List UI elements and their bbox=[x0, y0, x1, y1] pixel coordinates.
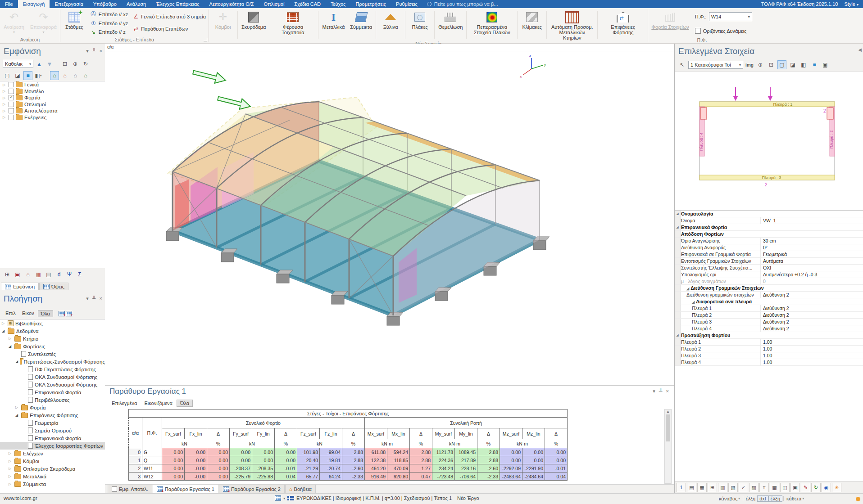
wireframe-view-icon[interactable]: ▢ bbox=[3, 71, 12, 80]
auto-steel-button[interactable]: Αυτόματη Προσομ. Μεταλλικών Κτηρίων bbox=[548, 9, 596, 41]
menu-item-Λειτουργικότητα Ο/Σ[interactable]: Λειτουργικότητα Ο/Σ bbox=[204, 0, 259, 8]
property-row[interactable]: μ - λόγος ανοιγμάτων0 bbox=[675, 278, 863, 285]
nav-tree-item[interactable]: Επιφανειακά Φορτία bbox=[0, 388, 105, 396]
nav-tree-item[interactable]: ▷Κόμβοι bbox=[0, 457, 105, 465]
menu-item-Προμετρήσεις[interactable]: Προμετρήσεις bbox=[350, 0, 391, 8]
menu-item-File[interactable]: File bbox=[0, 0, 18, 8]
selection-filter-dropdown[interactable]: 1 Κατακόρυφοι Τοί▾ bbox=[688, 61, 743, 69]
pin-icon[interactable]: ╨ bbox=[92, 296, 96, 302]
expander-icon[interactable]: ▷ bbox=[3, 115, 7, 119]
check-icon[interactable]: ✓ bbox=[739, 483, 748, 492]
property-row[interactable]: Πλευρά 31.00 bbox=[675, 352, 863, 359]
horizontal-forces-checkbox[interactable]: Οριζόντιες Δυνάμεις bbox=[695, 28, 752, 34]
nav-tree-item[interactable]: ΠΦ Περιπτώσεις Φόρτισης bbox=[0, 365, 105, 373]
view-tab-Όλα[interactable]: Όλα bbox=[177, 400, 193, 407]
plane-xz-button[interactable]: ⒶΕπίπεδο // xz bbox=[90, 10, 128, 18]
select-rect-icon[interactable]: ▣ bbox=[13, 270, 22, 279]
table-scrollbar[interactable]: ▲ bbox=[664, 409, 672, 484]
nav-tree-item[interactable]: ◢Επιφάνειες Φόρτισης bbox=[0, 411, 105, 419]
property-value[interactable]: ΟΧΙ bbox=[760, 265, 863, 271]
snap-κάναβος[interactable]: κάναβος▾ bbox=[717, 496, 742, 501]
structure-all-icon[interactable]: ⌂ bbox=[50, 71, 59, 80]
view-cube-solid-icon[interactable]: ■ bbox=[810, 60, 819, 69]
table-view-icon[interactable]: ▤ bbox=[687, 483, 696, 492]
nav-tree-item[interactable]: Επιφανειακά Φορτία bbox=[0, 434, 105, 442]
cells-icon[interactable]: ⌗ bbox=[759, 483, 769, 492]
general-plane-button[interactable]: ∠Γενικό Επίπεδο από 3 σημεία bbox=[132, 14, 206, 20]
index-column-header[interactable]: α/α bbox=[129, 418, 142, 448]
select-add-icon[interactable]: ⊞ bbox=[3, 270, 12, 279]
pin-icon[interactable]: ╨ bbox=[92, 48, 96, 54]
expander-icon[interactable]: ▷ bbox=[3, 96, 7, 100]
copy-icon[interactable]: ▣ bbox=[821, 60, 830, 69]
expander-icon[interactable]: ◢ bbox=[686, 287, 689, 291]
display-tree-item[interactable]: ▷Γενικά bbox=[0, 81, 105, 88]
expander-icon[interactable]: ▷ bbox=[9, 459, 13, 463]
edit-icon[interactable]: ✎ bbox=[801, 483, 810, 492]
structure-ground-icon[interactable]: ⌂ bbox=[81, 71, 90, 80]
property-row[interactable]: Διεύθυνση Αναφοράς0° bbox=[675, 244, 863, 251]
tree-checkbox[interactable]: ✓ bbox=[9, 95, 14, 100]
sigma-icon[interactable]: Σ bbox=[75, 270, 84, 279]
slabs-button[interactable]: ◯ Πλάκες bbox=[407, 9, 433, 41]
display-tree-item[interactable]: ▷Οπλισμοί bbox=[0, 101, 105, 108]
nodes-button[interactable]: ✛ Κόμβοι bbox=[210, 9, 236, 41]
property-value[interactable]: 0 bbox=[760, 278, 863, 284]
expander-icon[interactable]: ◢ bbox=[9, 344, 13, 348]
website-link[interactable]: www.tol.com.gr bbox=[4, 495, 37, 501]
menu-item-Υπόβαθρο[interactable]: Υπόβαθρο bbox=[88, 0, 122, 8]
property-value[interactable]: Διεύθυνση 2 bbox=[760, 292, 863, 298]
property-value[interactable]: Αυτόματα bbox=[760, 258, 863, 264]
settings-icon[interactable]: ✳ bbox=[832, 483, 841, 492]
menu-item-Οπλισμοί[interactable]: Οπλισμοί bbox=[259, 0, 290, 8]
target-icon[interactable]: ◉ bbox=[822, 483, 831, 492]
nav-tree-item[interactable]: ΟΚΑ Συνδυασμοί Φόρτισης bbox=[0, 373, 105, 381]
panel-menu-icon[interactable]: ▾ bbox=[653, 388, 655, 394]
property-row[interactable]: Υπολογισμός cpiΔυσμενέστερο +0.2 ή -0.3 bbox=[675, 271, 863, 278]
menu-item-Τεύχος[interactable]: Τεύχος bbox=[326, 0, 350, 8]
table-row[interactable]: 3W120.00-0.000.00-225.79-225.880.0465.77… bbox=[129, 472, 568, 481]
design-codes-status[interactable]: ΕΥΡΩΚΩΔΙΚΕΣ | Ιδιομορφική | Κ.Π.Μ. | q=3… bbox=[296, 495, 452, 501]
expander-icon[interactable]: ▷ bbox=[15, 405, 19, 410]
nav-tab-Όλα[interactable]: Όλα bbox=[38, 310, 53, 317]
display-tree-item[interactable]: ▷Αποτελέσματα bbox=[0, 108, 105, 114]
pin-icon[interactable]: ╨ bbox=[659, 388, 663, 394]
bottom-tab-Παράθυρο Εργασίας 2[interactable]: 2Παράθυρο Εργασίας 2 bbox=[219, 485, 285, 494]
dense-grid-icon[interactable]: ▩ bbox=[770, 483, 779, 492]
dimension-icon[interactable]: d bbox=[55, 270, 64, 279]
composite-button[interactable]: Σύμμεικτα bbox=[348, 9, 374, 41]
property-value[interactable]: Διεύθυνση 2 bbox=[760, 325, 863, 332]
masonry-button[interactable]: Φέρουσα Τοιχοποιία bbox=[269, 9, 317, 41]
panel-tab-Εμφάνιση[interactable]: Εμφάνιση bbox=[1, 283, 39, 290]
nav-tree-item[interactable]: ▷Κτήριο bbox=[0, 335, 105, 342]
steel-button[interactable]: I Μεταλλικά bbox=[320, 9, 347, 41]
scope-dropdown[interactable]: Καθολικ▾ bbox=[3, 60, 33, 68]
property-value[interactable]: VW_1 bbox=[760, 217, 863, 224]
dialog-launcher-icon[interactable] bbox=[204, 38, 207, 41]
zoom-fit-icon[interactable]: ⊕ bbox=[756, 60, 765, 69]
tree-checkbox[interactable] bbox=[9, 102, 14, 107]
model-viewport[interactable]: α/α bbox=[105, 44, 674, 385]
tree-checkbox[interactable] bbox=[9, 115, 14, 120]
solid-view-icon[interactable]: ■ bbox=[23, 71, 32, 80]
close-icon[interactable]: × bbox=[100, 296, 102, 302]
plane-yz-button[interactable]: ①Επίπεδο // yz bbox=[90, 20, 128, 27]
nav-tree-item[interactable]: Σημεία Ορισμού bbox=[0, 427, 105, 434]
columns-icon[interactable]: ◫ bbox=[780, 483, 790, 492]
property-value[interactable]: 30 cm bbox=[760, 238, 863, 244]
redo-button[interactable]: ↷ Επαναφορά▾ bbox=[28, 9, 59, 37]
expander-icon[interactable]: ◢ bbox=[15, 413, 19, 417]
nav-tree-item[interactable]: ▷BΒιβλιοθήκες bbox=[0, 320, 105, 327]
property-value[interactable]: Γεωμετρικά bbox=[760, 251, 863, 257]
property-value[interactable]: 1.00 bbox=[760, 346, 863, 352]
hidden-line-view-icon[interactable]: ◪ bbox=[13, 71, 22, 80]
view-tab-Εικονιζόμενα[interactable]: Εικονιζόμενα bbox=[141, 400, 176, 406]
bottom-tab-Βοήθεια[interactable]: ⌂Βοήθεια bbox=[285, 485, 316, 494]
property-value[interactable]: 1.00 bbox=[760, 339, 863, 345]
expander-icon[interactable]: ◢ bbox=[692, 300, 695, 304]
load-case-dropdown[interactable]: W14▾ bbox=[709, 12, 752, 21]
property-row[interactable]: Εντοπισμός Γραμμικών ΣτοιχείωνΑυτόματα bbox=[675, 258, 863, 265]
structure-frame-icon[interactable]: ⌂ bbox=[60, 71, 69, 80]
nav-tab-Εικον[interactable]: Εικον bbox=[19, 310, 37, 317]
property-value[interactable]: Διεύθυνση 2 bbox=[760, 305, 863, 311]
